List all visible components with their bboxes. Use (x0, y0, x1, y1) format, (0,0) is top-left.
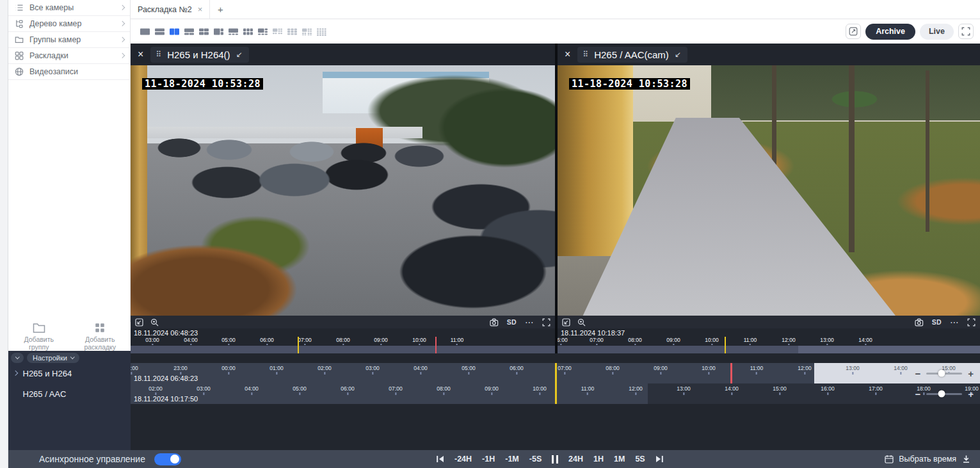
close-icon[interactable]: × (138, 49, 143, 60)
layout-2-rows[interactable] (154, 28, 165, 36)
skip-back-icon[interactable] (436, 455, 444, 463)
add-layout-button[interactable]: Добавить раскладку (72, 322, 128, 351)
playhead-marker[interactable] (555, 383, 557, 404)
step-back-1m-button[interactable]: -1M (505, 455, 519, 464)
tab-layout-2[interactable]: Раскладка №2 × (131, 0, 210, 19)
sidebar-item-recordings[interactable]: Видеозаписи (8, 64, 130, 80)
timeline-panel-header: Настройки (8, 351, 131, 363)
async-toggle[interactable] (154, 453, 181, 465)
quality-badge[interactable]: SD (507, 318, 517, 326)
timeline-tick: 10:00 (702, 365, 715, 375)
layout-3x2[interactable] (243, 28, 253, 36)
layout-1-top-3-bottom[interactable] (228, 28, 239, 36)
add-group-label-line2: группу (11, 343, 67, 351)
fit-frame-icon[interactable] (135, 318, 143, 327)
sidebar-item-layouts[interactable]: Раскладки (8, 48, 130, 64)
sidebar-item-label: Дерево камер (29, 19, 81, 28)
zoom-in-button[interactable]: + (968, 369, 974, 378)
zoom-in-icon[interactable] (577, 318, 586, 327)
step-fwd-5s-button[interactable]: 5S (635, 455, 645, 464)
snapshot-icon[interactable] (915, 318, 924, 327)
layout-1-big-7-small[interactable] (272, 28, 283, 36)
playhead-marker[interactable] (725, 337, 726, 353)
step-back-1h-button[interactable]: -1H (482, 455, 495, 464)
pause-button[interactable] (552, 455, 558, 464)
toolbar-right: Archive Live (846, 24, 974, 40)
layout-1-top-2-bottom[interactable] (184, 28, 195, 36)
timeline-tick: 08:00 (437, 385, 450, 395)
step-back-5s-button[interactable]: -5S (529, 455, 542, 464)
collapse-icon[interactable]: ↙ (236, 51, 243, 58)
timeline-tick: 11:00 (750, 365, 764, 375)
layout-1-big-8-small[interactable] (301, 28, 312, 36)
zoom-slider-knob[interactable] (938, 391, 945, 398)
timeline-area: 22:0023:0000:0001:0002:0003:0004:0005:00… (131, 353, 980, 450)
settings-button[interactable]: Настройки (27, 353, 79, 363)
list-icon (15, 3, 24, 12)
zoom-in-button[interactable]: + (968, 389, 974, 399)
snapshot-icon[interactable] (490, 318, 499, 327)
camera-timeline-band[interactable] (131, 346, 555, 353)
zoom-out-button[interactable]: − (915, 369, 920, 378)
step-fwd-1m-button[interactable]: 1M (614, 455, 625, 464)
step-fwd-1h-button[interactable]: 1H (593, 455, 604, 464)
vms-app: Все камеры Дерево камер Группы камер Рас… (0, 0, 980, 468)
zoom-slider[interactable] (926, 393, 962, 395)
playhead-marker[interactable] (298, 337, 299, 353)
quality-badge[interactable]: SD (932, 318, 942, 326)
camera-controls-right: SD ⋯ (490, 318, 550, 327)
camera-title: H265 и H264() (167, 49, 230, 60)
download-icon[interactable] (961, 455, 971, 464)
timeline-row-camera-2[interactable]: 02:0003:0004:0005:0006:0007:0008:0009:00… (131, 383, 980, 404)
camera-video[interactable]: 11-18-2024 10:53:28 (131, 65, 555, 316)
camera-video[interactable]: 11-18-2024 10:53:28 (558, 65, 980, 316)
timeline-tick: 15:00 (773, 385, 786, 395)
toolbar: Archive Live (131, 19, 980, 44)
timeline-tick: 02:00 (149, 385, 162, 395)
zoom-slider[interactable] (926, 373, 962, 375)
archive-mode-button[interactable]: Archive (865, 24, 915, 40)
sidebar-item-camera-tree[interactable]: Дерево камер (8, 16, 130, 32)
fit-frame-icon[interactable] (562, 318, 570, 327)
tab-close-icon[interactable]: × (198, 5, 203, 13)
step-fwd-24h-button[interactable]: 24H (568, 455, 583, 464)
close-icon[interactable]: × (565, 49, 570, 60)
skip-forward-icon[interactable] (655, 455, 664, 463)
select-time-button[interactable]: Выбрать время (885, 450, 971, 468)
popout-icon (849, 27, 858, 36)
popout-button[interactable] (846, 24, 861, 39)
fullscreen-icon[interactable] (542, 318, 550, 327)
step-back-24h-button[interactable]: -24H (454, 455, 472, 464)
layout-1-big-5-small[interactable] (257, 28, 268, 36)
async-control-label: Асинхронное управление (39, 454, 145, 464)
camera-controls: SD ⋯ (558, 316, 980, 328)
zoom-slider-knob[interactable] (938, 370, 945, 377)
drag-handle-icon[interactable]: ⠿ (156, 51, 161, 58)
zoom-in-icon[interactable] (150, 318, 159, 327)
layout-4x4[interactable] (316, 28, 327, 36)
layout-3x3[interactable] (287, 28, 298, 36)
collapse-panel-button[interactable] (11, 353, 24, 363)
timeline-row-camera-1[interactable]: 22:0023:0000:0001:0002:0003:0004:0005:00… (131, 363, 980, 383)
live-mode-button[interactable]: Live (920, 24, 954, 40)
fullscreen-button[interactable] (958, 24, 974, 39)
new-tab-button[interactable]: + (210, 0, 230, 19)
sidebar-item-camera-groups[interactable]: Группы камер (8, 32, 130, 48)
layout-single[interactable] (140, 28, 150, 36)
fullscreen-icon[interactable] (967, 318, 976, 327)
chevron-right-icon (119, 21, 124, 26)
camera-list-item-2[interactable]: H265 / AAC (8, 383, 131, 404)
layout-1-left-2-right[interactable] (213, 28, 224, 36)
drag-handle-icon[interactable]: ⠿ (582, 51, 588, 58)
add-group-button[interactable]: Добавить группу (11, 322, 67, 351)
collapse-icon[interactable]: ↙ (675, 51, 681, 58)
timeline-tick: 12:00 (782, 337, 795, 345)
sidebar-item-all-cameras[interactable]: Все камеры (8, 0, 130, 16)
playback-bar: Асинхронное управление -24H -1H -1M -5S … (8, 450, 980, 468)
layout-2x2[interactable] (198, 28, 209, 36)
timeline-tick: 05:00 (293, 385, 306, 395)
zoom-out-button[interactable]: − (915, 389, 920, 399)
camera-list-item-1[interactable]: H265 и H264 (8, 363, 131, 383)
layout-2-cols-active[interactable] (169, 28, 180, 36)
playhead-marker[interactable] (555, 363, 557, 383)
